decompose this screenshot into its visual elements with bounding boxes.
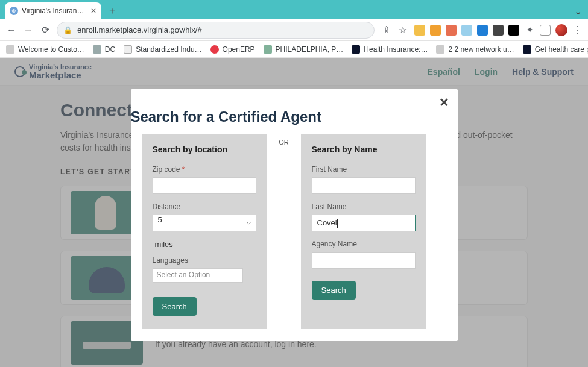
bookmark-item[interactable]: 2 2 new network u…	[436, 45, 514, 54]
extension-icon[interactable]	[493, 25, 504, 36]
languages-select[interactable]: Select an Option	[153, 268, 243, 283]
tab-favicon: ⊕	[10, 7, 18, 15]
first-name-label: First Name	[312, 165, 416, 174]
distance-label: Distance	[153, 202, 256, 211]
extension-icon[interactable]	[414, 25, 425, 36]
bookmark-item[interactable]: PHILADELPHIA, P…	[264, 45, 344, 54]
tab-close-icon[interactable]: ✕	[90, 7, 96, 15]
agent-search-modal: ✕ Search for a Certified Agent Search by…	[131, 89, 458, 341]
modal-overlay[interactable]: ✕ Search for a Certified Agent Search by…	[0, 58, 588, 367]
reload-button[interactable]: ⟳	[40, 24, 51, 36]
new-tab-button[interactable]: ＋	[105, 4, 119, 18]
text-caret	[337, 219, 338, 228]
panel-heading: Search by Name	[312, 145, 416, 154]
bookmark-item[interactable]: Standardized Indu…	[124, 45, 201, 54]
bookmarks-bar: Welcome to Custo… DC Standardized Indu… …	[0, 41, 588, 58]
forward-button: →	[23, 25, 34, 36]
bookmark-item[interactable]: Welcome to Custo…	[6, 45, 84, 54]
lock-icon: 🔒	[63, 26, 72, 34]
bookmark-item[interactable]: Health Insurance:…	[352, 45, 428, 54]
last-name-input[interactable]: Covel	[312, 215, 416, 231]
extension-icon[interactable]	[540, 25, 551, 36]
search-by-location-button[interactable]: Search	[153, 297, 197, 316]
last-name-label: Last Name	[312, 202, 416, 211]
agency-name-input[interactable]	[312, 252, 416, 269]
browser-menu-icon[interactable]: ⋮	[572, 24, 582, 36]
extensions-puzzle-icon[interactable]: ✦	[524, 24, 535, 36]
extension-icon[interactable]	[461, 25, 472, 36]
first-name-input[interactable]	[312, 177, 416, 194]
bookmark-item[interactable]: Get health care pr…	[523, 45, 588, 54]
or-divider: OR	[267, 134, 301, 329]
extension-icons: ✦ ⋮	[414, 24, 582, 36]
close-icon[interactable]: ✕	[439, 95, 449, 110]
bookmark-item[interactable]: DC	[93, 45, 115, 54]
profile-avatar[interactable]	[555, 24, 567, 36]
extension-icon[interactable]	[446, 25, 457, 36]
url-text: enroll.marketplace.virginia.gov/hix/#	[77, 25, 202, 34]
tab-title: Virginia's Insurance Marketpla	[22, 7, 87, 15]
zip-input[interactable]	[153, 177, 256, 194]
window-chevron-icon[interactable]: ⌄	[574, 5, 582, 17]
zip-label: Zip code*	[153, 165, 256, 174]
browser-toolbar: ← → ⟳ 🔒 enroll.marketplace.virginia.gov/…	[0, 19, 588, 41]
extension-icon[interactable]	[477, 25, 488, 36]
page-viewport: Virginia's Insurance Marketplace Español…	[0, 58, 588, 367]
modal-title: Search for a Certified Agent	[131, 98, 458, 134]
share-icon[interactable]: ⇪	[381, 24, 391, 36]
agency-name-label: Agency Name	[312, 240, 416, 248]
panel-heading: Search by location	[153, 145, 256, 154]
search-by-location-panel: Search by location Zip code* Distance 5 …	[142, 134, 267, 329]
miles-label: miles	[155, 240, 256, 249]
search-by-name-panel: Search by Name First Name Last Name Cove…	[301, 134, 426, 329]
languages-label: Languages	[153, 256, 256, 265]
extension-icon[interactable]	[508, 25, 519, 36]
address-bar[interactable]: 🔒 enroll.marketplace.virginia.gov/hix/#	[57, 22, 375, 39]
extension-icon[interactable]	[430, 25, 441, 36]
bookmark-star-icon[interactable]: ☆	[397, 24, 408, 36]
distance-select[interactable]: 5	[153, 215, 256, 231]
back-button[interactable]: ←	[6, 25, 17, 36]
bookmark-item[interactable]: OpenERP	[210, 45, 255, 54]
search-by-name-button[interactable]: Search	[312, 281, 356, 300]
browser-tabstrip: ⊕ Virginia's Insurance Marketpla ✕ ＋ ⌄	[0, 0, 588, 19]
browser-tab-active[interactable]: ⊕ Virginia's Insurance Marketpla ✕	[5, 2, 101, 19]
